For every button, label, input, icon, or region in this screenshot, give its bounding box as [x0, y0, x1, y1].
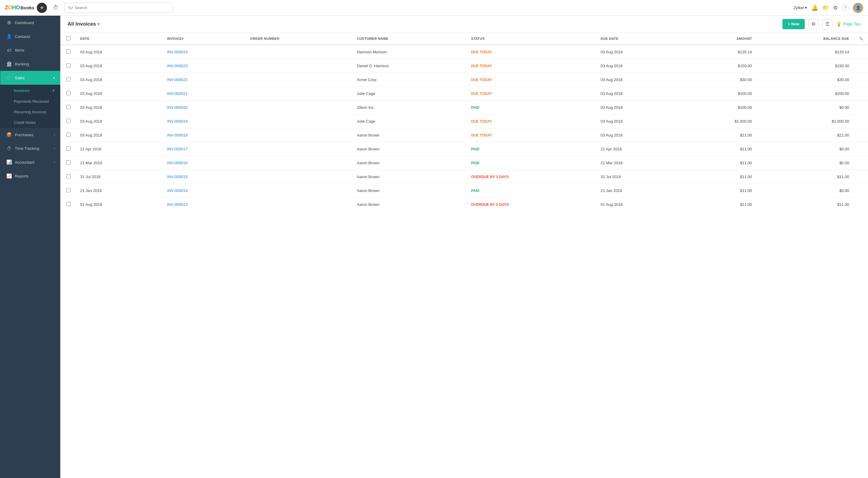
row-date: 31 Jul 2018: [75, 170, 162, 184]
row-checkbox[interactable]: [66, 202, 70, 206]
sidebar-subitem-invoices[interactable]: Invoices +: [0, 85, 60, 96]
page-tips-button[interactable]: 💡 Page Tips: [836, 22, 861, 27]
table-row: 01 Aug 2018 INV-000013 Aaron Brown OVERD…: [60, 198, 868, 212]
row-invoice[interactable]: INV-000021: [162, 87, 245, 101]
row-order-number: [245, 73, 352, 87]
invoice-link[interactable]: INV-000016: [167, 161, 188, 165]
recents-button[interactable]: ⏱: [51, 3, 61, 13]
invoice-link[interactable]: INV-000018: [167, 133, 188, 137]
sidebar-item-reports[interactable]: 📈 Reports: [0, 169, 60, 183]
row-checkbox[interactable]: [66, 188, 70, 192]
row-checkbox-cell[interactable]: [60, 170, 75, 184]
row-invoice[interactable]: INV-000013: [162, 198, 245, 212]
topnav: ZOHO Books ▾ + ⏱ 🔍▾ Zylker ▾ 🔔 📁 ⚙ ? 👤: [0, 0, 868, 16]
sidebar-item-sales[interactable]: 🛒 Sales ▾: [0, 71, 60, 85]
row-amount: $21.00: [683, 128, 757, 142]
row-invoice[interactable]: INV-000015: [162, 170, 245, 184]
logo-area[interactable]: ZOHO Books ▾: [5, 4, 31, 12]
org-selector[interactable]: Zylker ▾: [794, 5, 807, 10]
sidebar-item-items[interactable]: 🏷 Items: [0, 43, 60, 57]
row-status: DUE TODAY: [466, 87, 596, 101]
row-checkbox[interactable]: [66, 50, 70, 54]
row-invoice[interactable]: INV-000022: [162, 73, 245, 87]
sidebar-item-time-tracking[interactable]: ⏱ Time Tracking ›: [0, 142, 60, 155]
row-checkbox-cell[interactable]: [60, 198, 75, 212]
search-bar[interactable]: 🔍▾: [64, 3, 173, 13]
invoice-link[interactable]: INV-000017: [167, 147, 188, 151]
status-badge: PAID: [471, 161, 479, 165]
subheader: All Invoices ▾ + New ⚙ ☰ 💡 Page Tips: [60, 16, 868, 33]
sidebar-item-accountant[interactable]: 📊 Accountant ›: [0, 155, 60, 169]
invoice-link[interactable]: INV-000022: [167, 77, 188, 82]
row-order-number: [245, 45, 352, 59]
sidebar-item-banking[interactable]: 🏦 Banking: [0, 57, 60, 71]
row-invoice[interactable]: INV-000018: [162, 128, 245, 142]
row-checkbox-cell[interactable]: [60, 142, 75, 156]
sidebar-subitem-recurring-invoices[interactable]: Recurring Invoices: [0, 107, 60, 117]
row-checkbox-cell[interactable]: [60, 87, 75, 101]
invoice-link[interactable]: INV-000014: [167, 188, 188, 193]
row-actions: [854, 198, 868, 212]
row-date: 03 Aug 2018: [75, 87, 162, 101]
row-checkbox-cell[interactable]: [60, 115, 75, 128]
row-checkbox[interactable]: [66, 160, 70, 165]
settings-button[interactable]: ⚙: [808, 19, 818, 29]
avatar[interactable]: 👤: [853, 3, 863, 13]
settings-icon[interactable]: ⚙: [833, 4, 838, 11]
sidebar-item-label: Contacts: [15, 34, 30, 39]
row-checkbox[interactable]: [66, 174, 70, 179]
row-checkbox-cell[interactable]: [60, 156, 75, 170]
menu-button[interactable]: ☰: [822, 19, 832, 29]
row-checkbox[interactable]: [66, 77, 70, 82]
row-status: DUE TODAY: [466, 128, 596, 142]
invoice-link[interactable]: INV-000013: [167, 202, 188, 207]
row-checkbox-cell[interactable]: [60, 73, 75, 87]
row-due-date: 01 Aug 2018: [596, 198, 683, 212]
help-icon[interactable]: ?: [842, 4, 849, 11]
row-invoice[interactable]: INV-000017: [162, 142, 245, 156]
col-header-search[interactable]: 🔍: [854, 33, 868, 45]
sidebar-item-contacts[interactable]: 👤 Contacts: [0, 30, 60, 43]
invoice-link[interactable]: INV-000019: [167, 119, 188, 124]
add-invoice-icon[interactable]: +: [52, 88, 55, 93]
row-checkbox-cell[interactable]: [60, 184, 75, 198]
sidebar-item-purchases[interactable]: 📦 Purchases ›: [0, 128, 60, 142]
row-checkbox-cell[interactable]: [60, 45, 75, 59]
sidebar-subitem-credit-notes[interactable]: Credit Notes: [0, 117, 60, 128]
select-all-checkbox[interactable]: [66, 36, 70, 40]
new-button[interactable]: + New: [782, 19, 805, 29]
invoice-link[interactable]: INV-000024: [167, 50, 188, 54]
sidebar-item-label: Reports: [15, 174, 29, 179]
sidebar-item-dashboard[interactable]: ⊞ Dashboard: [0, 16, 60, 30]
sidebar-subitem-payments-received[interactable]: Payments Received: [0, 96, 60, 107]
page-title-area[interactable]: All Invoices ▾: [67, 21, 99, 27]
sidebar: ⊞ Dashboard 👤 Contacts 🏷 Items 🏦 Banking…: [0, 16, 60, 478]
row-checkbox[interactable]: [66, 105, 70, 109]
col-header-customer-name: CUSTOMER NAME: [352, 33, 466, 45]
row-checkbox[interactable]: [66, 133, 70, 137]
invoice-link[interactable]: INV-000023: [167, 64, 188, 68]
row-invoice[interactable]: INV-000020: [162, 101, 245, 115]
row-checkbox[interactable]: [66, 91, 70, 95]
row-invoice[interactable]: INV-000014: [162, 184, 245, 198]
row-checkbox[interactable]: [66, 119, 70, 123]
row-invoice[interactable]: INV-000023: [162, 59, 245, 73]
row-status: DUE TODAY: [466, 45, 596, 59]
invoice-link[interactable]: INV-000021: [167, 91, 188, 96]
row-checkbox[interactable]: [66, 63, 70, 67]
notifications-icon[interactable]: 🔔: [811, 4, 818, 11]
invoice-link[interactable]: INV-000020: [167, 105, 188, 110]
row-checkbox-cell[interactable]: [60, 59, 75, 73]
search-input[interactable]: [75, 5, 170, 10]
invoice-link[interactable]: INV-000015: [167, 174, 188, 179]
row-invoice[interactable]: INV-000024: [162, 45, 245, 59]
row-checkbox-cell[interactable]: [60, 128, 75, 142]
row-checkbox-cell[interactable]: [60, 101, 75, 115]
row-checkbox[interactable]: [66, 147, 70, 151]
row-invoice[interactable]: INV-000016: [162, 156, 245, 170]
select-all-header[interactable]: [60, 33, 75, 45]
row-amount: $11.00: [683, 198, 757, 212]
files-icon[interactable]: 📁: [822, 4, 829, 11]
row-invoice[interactable]: INV-000019: [162, 115, 245, 128]
add-button[interactable]: +: [37, 3, 47, 13]
